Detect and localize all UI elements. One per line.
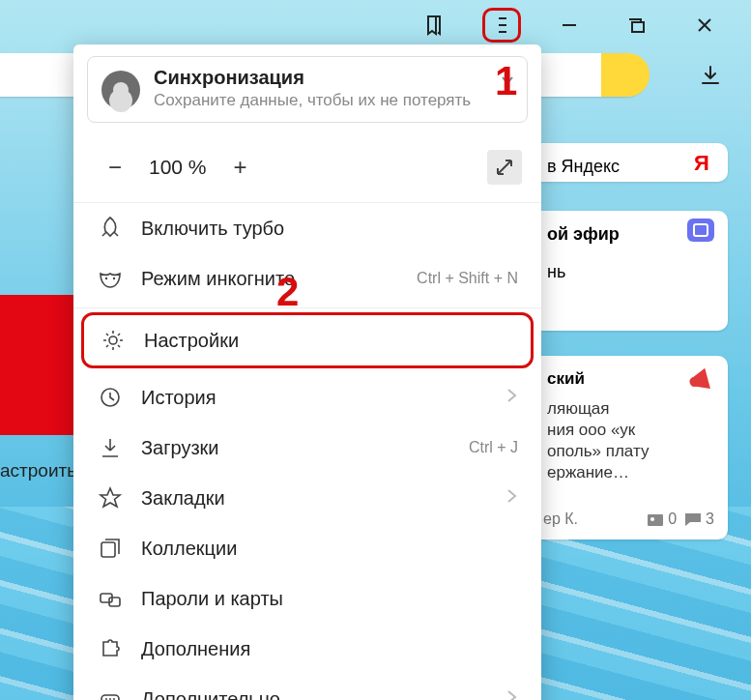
chevron-right-icon (505, 387, 518, 409)
menu-item-mask[interactable]: Режим инкогнитоCtrl + Shift + N (73, 253, 541, 304)
menu-item-label: Включить турбо (141, 218, 284, 240)
puzzle-icon (97, 635, 124, 662)
menu-item-label: Пароли и карты (141, 588, 283, 610)
collections-icon (97, 535, 124, 562)
zoom-row: − 100 % + (73, 134, 541, 203)
menu-item-star[interactable]: Закладки (73, 473, 541, 523)
partial-text: астроить (0, 460, 76, 481)
main-menu-button[interactable] (482, 8, 521, 43)
photos-count: 0 (647, 510, 677, 528)
downloads-toolbar-icon[interactable] (699, 64, 722, 91)
menu-item-label: Коллекции (141, 538, 237, 560)
clock-icon (97, 384, 124, 411)
zoom-value: 100 % (149, 156, 207, 179)
menu-item-label: Режим инкогнито (141, 268, 295, 290)
svg-point-3 (113, 277, 115, 279)
star-icon (97, 484, 124, 511)
widget-title: ой эфир (547, 224, 710, 245)
avatar-icon (101, 71, 140, 109)
close-button[interactable] (685, 8, 724, 43)
sync-subtitle: Сохраните данные, чтобы их не потерять (154, 91, 492, 110)
widget-label: в Яндекс (547, 157, 620, 176)
gear-icon (100, 327, 127, 354)
callout-1: 1 (495, 58, 517, 104)
menu-item-label: Загрузки (141, 437, 219, 459)
svg-rect-0 (648, 514, 663, 526)
zoom-out-button[interactable]: − (102, 155, 128, 180)
keys-icon (97, 585, 124, 612)
menu-item-gear[interactable]: Настройки (81, 312, 534, 368)
chevron-right-icon (505, 688, 518, 701)
rocket-icon (97, 215, 124, 242)
restore-button[interactable] (618, 8, 656, 43)
menu-item-label: История (141, 387, 217, 409)
menu-item-shortcut: Ctrl + Shift + N (417, 270, 518, 287)
menu-item-label: Дополнения (141, 638, 250, 660)
menu-item-clock[interactable]: История (73, 372, 541, 423)
main-menu-dropdown: Синхронизация Сохраните данные, чтобы их… (73, 44, 541, 700)
callout-2: 2 (276, 269, 299, 315)
svg-point-1 (650, 517, 654, 521)
live-icon (687, 219, 714, 242)
sync-card[interactable]: Синхронизация Сохраните данные, чтобы их… (87, 56, 528, 123)
menu-item-more[interactable]: Дополнительно (73, 674, 541, 700)
menu-item-label: Закладки (141, 487, 225, 510)
news-author: ер К. (543, 510, 578, 528)
mask-icon (97, 265, 124, 292)
comments-count: 3 (684, 510, 714, 528)
chevron-right-icon (505, 487, 518, 510)
menu-item-puzzle[interactable]: Дополнения (73, 624, 541, 674)
download-icon (97, 434, 124, 461)
megaphone-icon (683, 365, 719, 401)
fullscreen-button[interactable] (487, 150, 522, 185)
menu-item-shortcut: Ctrl + J (469, 439, 518, 456)
menu-item-label: Дополнительно (141, 688, 280, 701)
sync-title: Синхронизация (154, 67, 492, 89)
more-icon (97, 685, 124, 700)
menu-item-collections[interactable]: Коллекции (73, 523, 541, 573)
menu-item-keys[interactable]: Пароли и карты (73, 573, 541, 624)
yandex-logo-icon: Я (689, 151, 714, 176)
svg-point-2 (105, 277, 107, 279)
menu-item-rocket[interactable]: Включить турбо (73, 203, 541, 253)
red-panel (0, 295, 77, 435)
svg-rect-6 (101, 542, 115, 557)
widget-text: нь (547, 262, 710, 282)
zoom-in-button[interactable]: + (228, 155, 253, 180)
window-titlebar (0, 6, 741, 44)
widget-yandex[interactable]: в Яндекс Я (530, 143, 728, 182)
minimize-button[interactable] (550, 8, 589, 43)
bookmarks-icon[interactable] (415, 8, 453, 43)
news-meta: ер К. 0 3 (543, 510, 714, 528)
menu-item-label: Настройки (144, 330, 239, 352)
menu-item-download[interactable]: ЗагрузкиCtrl + J (73, 423, 541, 473)
widget-live[interactable]: ой эфир нь (530, 211, 728, 331)
svg-point-4 (109, 336, 117, 344)
news-card[interactable]: ский ляющая ния ооо «ук ополь» плату ерж… (530, 356, 728, 540)
